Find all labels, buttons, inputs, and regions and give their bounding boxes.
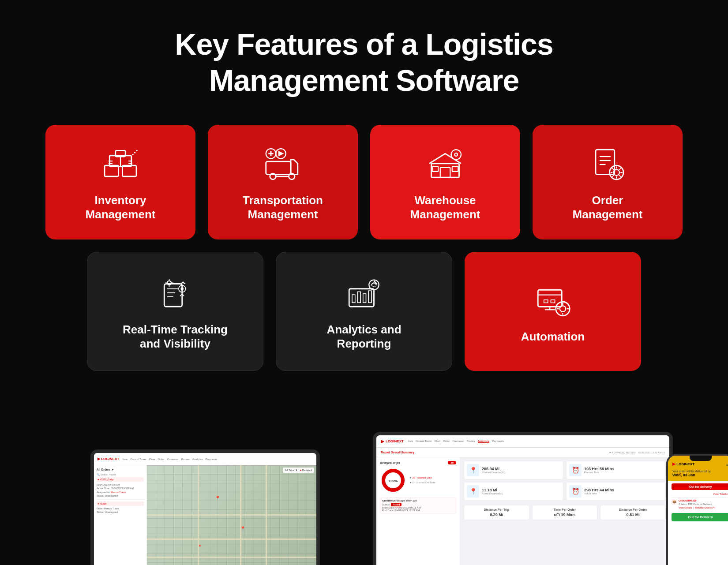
mobile-delivery-text: Your order will be delivered by: [672, 470, 728, 473]
svg-point-11: [136, 150, 137, 151]
left-laptop-map: 📍 📍 📍 All Trips ▼ ● Delayed: [147, 465, 316, 565]
analytics-reporting-card[interactable]: Analytics and Reporting: [276, 252, 452, 371]
warehouse-management-card[interactable]: Warehouse Management: [370, 125, 520, 239]
analytics-reporting-label: Analytics and Reporting: [326, 322, 401, 351]
svg-rect-18: [432, 163, 459, 177]
right-laptop: ▶ LOGINEXT LiveControl TowerFleetOrderCu…: [373, 432, 673, 565]
left-laptop-frame: ▶ LOGINEXT LiveControl TowerFleetOrderCu…: [90, 449, 320, 565]
mobile-order-icon: 📦: [672, 499, 677, 505]
features-row-1: Inventory Management: [35, 125, 693, 239]
mobile-order-row: 📦 ORD002R45219 2 Items, $20, Cash on Del…: [672, 499, 728, 509]
left-laptop-screen: ▶ LOGINEXT LiveControl TowerFleetOrderCu…: [94, 453, 316, 565]
header-section: Key Features of a Logistics Management S…: [0, 0, 728, 116]
mobile-logo: ▶ LOGINEXT: [672, 462, 694, 466]
svg-rect-0: [105, 165, 119, 176]
inventory-management-card[interactable]: Inventory Management: [45, 125, 195, 239]
svg-rect-24: [596, 150, 615, 174]
mobile-footer-btn[interactable]: Out for Delivery: [672, 513, 728, 521]
mobile-order-info: ORD002R45219 2 Items, $20, Cash on Deliv…: [679, 499, 715, 509]
svg-rect-37: [349, 288, 374, 307]
inventory-management-label: Inventory Management: [86, 193, 156, 222]
svg-rect-12: [266, 161, 291, 174]
page-title: Key Features of a Logistics Management S…: [9, 26, 719, 98]
transportation-management-card[interactable]: Transportation Management: [208, 125, 358, 239]
tracking-icon: [155, 274, 195, 314]
svg-point-49: [560, 306, 566, 312]
svg-rect-30: [164, 284, 182, 307]
warehouse-icon: [425, 145, 465, 184]
automation-label: Automation: [521, 329, 585, 344]
mobile-screen: ▶ LOGINEXT ≡ Your order will be delivere…: [668, 456, 728, 565]
page-container: Key Features of a Logistics Management S…: [0, 0, 728, 565]
mobile-frame: ▶ LOGINEXT ≡ Your order will be delivere…: [666, 454, 728, 565]
mobile-notch: [690, 456, 712, 461]
svg-rect-19: [440, 167, 450, 177]
svg-rect-41: [368, 291, 372, 303]
right-laptop-screen: ▶ LOGINEXT LiveControl TowerFleetOrderCu…: [376, 435, 669, 565]
mobile-phone: ▶ LOGINEXT ≡ Your order will be delivere…: [666, 454, 728, 565]
real-time-tracking-label: Real-Time Tracking and Visibility: [123, 322, 228, 351]
left-laptop-sidebar: All Orders ▼ 🔍 Search Places ● #5372_Gab…: [94, 465, 147, 565]
svg-rect-38: [352, 295, 355, 303]
automation-card[interactable]: Automation: [465, 252, 641, 371]
truck-icon: [263, 145, 303, 184]
transportation-management-label: Transportation Management: [243, 193, 323, 222]
features-row-2: Real-Time Tracking and Visibility: [35, 252, 693, 371]
svg-point-23: [454, 153, 458, 156]
screenshots-section: ▶ LOGINEXT LiveControl TowerFleetOrderCu…: [0, 401, 728, 565]
svg-rect-39: [357, 292, 360, 303]
mobile-delivery-date: Wed, 03 Jan: [672, 473, 728, 477]
mobile-body: Out for delivery View Timeline 📦 ORD002R…: [668, 481, 728, 565]
svg-point-22: [451, 150, 462, 160]
svg-point-10: [134, 152, 135, 153]
warehouse-management-label: Warehouse Management: [410, 193, 480, 222]
left-laptop-nav: ▶ LOGINEXT LiveControl TowerFleetOrderCu…: [94, 453, 316, 465]
svg-rect-1: [123, 165, 137, 176]
left-laptop: ▶ LOGINEXT LiveControl TowerFleetOrderCu…: [90, 449, 320, 565]
order-management-label: Order Management: [573, 193, 643, 222]
svg-rect-20: [432, 166, 439, 171]
automation-icon: [533, 281, 573, 321]
left-logo: ▶ LOGINEXT: [98, 457, 119, 461]
svg-point-9: [132, 154, 133, 155]
features-section: Inventory Management: [0, 116, 728, 401]
real-time-tracking-card[interactable]: Real-Time Tracking and Visibility: [87, 252, 263, 371]
mobile-action-btn[interactable]: Out for delivery: [672, 483, 728, 490]
svg-text:100%: 100%: [389, 479, 398, 483]
order-icon: [588, 145, 627, 184]
svg-rect-21: [452, 166, 458, 171]
left-laptop-content: All Orders ▼ 🔍 Search Places ● #5372_Gab…: [94, 465, 316, 565]
inventory-icon: [101, 145, 140, 184]
svg-point-35: [180, 287, 184, 290]
right-laptop-frame: ▶ LOGINEXT LiveControl TowerFleetOrderCu…: [373, 432, 673, 565]
order-management-card[interactable]: Order Management: [533, 125, 683, 239]
analytics-icon: [344, 274, 384, 314]
svg-rect-40: [363, 294, 366, 303]
